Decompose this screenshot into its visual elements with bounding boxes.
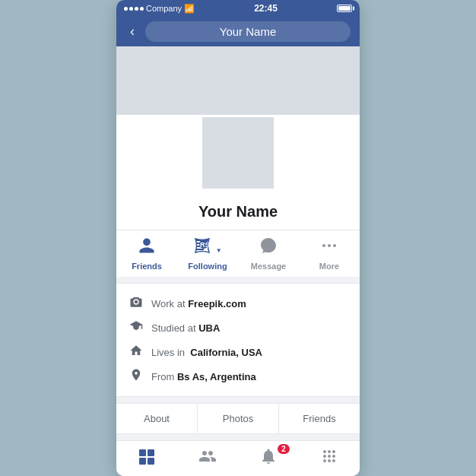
work-icon [129,295,144,312]
svg-point-13 [328,455,331,458]
friends-label: Friends [132,262,162,271]
bottom-nav-menu[interactable] [299,447,360,470]
studied-icon [129,319,144,336]
status-bar: Company 📶 22:45 [116,0,360,17]
lives-text: Lives in California, USA [151,347,262,358]
menu-nav-icon [320,447,338,470]
info-row-from: From Bs As, Argentina [129,364,347,389]
info-section: Work at Freepik.com Studied at UBA Lives… [116,283,360,397]
profile-name: Your Name [116,197,360,230]
svg-point-14 [332,455,335,458]
from-icon [129,368,144,385]
svg-point-10 [328,450,331,453]
message-button[interactable]: Message [246,236,291,271]
following-button[interactable]: RSS ▼ Following [185,236,230,271]
following-label: Following [188,262,227,271]
message-label: Message [251,262,286,271]
svg-point-2 [322,244,325,247]
svg-point-3 [328,244,331,247]
tab-about[interactable]: About [116,404,198,433]
friends-button[interactable]: Friends [124,236,170,271]
studied-text: Studied at UBA [151,322,220,334]
from-text: From Bs As, Argentina [151,371,256,382]
notifications-nav-icon [259,447,278,470]
profile-avatar [200,115,276,191]
signal-indicator [124,7,144,11]
status-left: Company 📶 [124,4,195,14]
svg-point-11 [332,450,335,453]
carrier-label: Company [146,4,182,13]
lives-icon [129,344,144,360]
following-icon: RSS ▼ [193,236,221,259]
info-row-studied: Studied at UBA [129,316,347,340]
back-button[interactable]: ‹ [125,22,139,41]
more-icon [320,236,338,259]
nav-bar: ‹ Your Name [116,17,360,46]
info-row-lives: Lives in California, USA [129,340,347,364]
svg-text:RSS: RSS [200,241,211,249]
tab-photos[interactable]: Photos [198,404,279,433]
friends-icon [138,236,156,259]
svg-rect-8 [148,458,154,465]
svg-rect-5 [139,449,146,456]
info-row-work: Work at Freepik.com [129,291,347,316]
notification-badge: 2 [278,444,290,454]
status-time: 22:45 [254,3,278,14]
phone-frame: Company 📶 22:45 ‹ Your Name Your Name Fr… [116,0,360,476]
message-icon [259,236,278,259]
bottom-nav-home[interactable] [116,447,177,470]
svg-point-4 [333,244,336,247]
tab-row: About Photos Friends [116,403,360,434]
svg-rect-7 [139,458,146,465]
more-button[interactable]: More [306,236,352,271]
battery-icon [337,5,352,12]
work-text: Work at Freepik.com [151,298,246,309]
more-label: More [319,262,339,271]
svg-rect-6 [148,449,154,456]
home-nav-icon [138,447,156,470]
bottom-nav-notifications[interactable]: 2 [238,447,299,470]
bottom-nav: 2 [116,440,360,476]
tab-friends[interactable]: Friends [279,404,360,433]
svg-point-17 [332,459,335,462]
wifi-icon: 📶 [184,4,195,14]
bottom-nav-friends[interactable] [177,447,238,470]
friends-nav-icon [198,447,217,470]
action-row: Friends RSS ▼ Following [116,230,360,277]
svg-point-16 [328,459,331,462]
svg-point-12 [323,455,326,458]
nav-title: Your Name [145,21,351,42]
svg-point-9 [323,450,326,453]
profile-pic-wrapper [116,115,360,197]
svg-point-15 [323,459,326,462]
following-dropdown-arrow: ▼ [216,247,222,254]
